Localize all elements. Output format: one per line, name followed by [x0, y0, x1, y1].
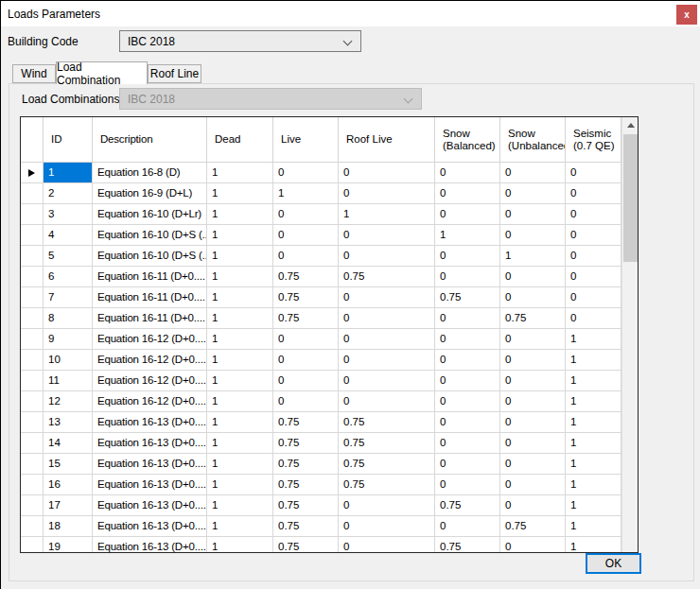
grid-cell-id[interactable]: 16: [44, 475, 93, 495]
grid-cell-snow-balanced[interactable]: 0: [435, 516, 500, 537]
grid-cell-live[interactable]: 0: [273, 329, 339, 350]
grid-cell-snow-balanced[interactable]: 0: [435, 329, 500, 350]
table-row[interactable]: 9Equation 16-12 (D+0....100001: [21, 329, 621, 350]
table-row[interactable]: 14Equation 16-13 (D+0....10.750.75001: [21, 433, 621, 454]
grid-cell-snow-unbalanced[interactable]: 0.75: [500, 516, 566, 537]
grid-cell-seismic[interactable]: 0: [566, 204, 621, 225]
row-selector[interactable]: [21, 433, 44, 454]
scrollbar-up-button[interactable]: [622, 117, 639, 133]
tab-roof-line[interactable]: Roof Line: [148, 64, 201, 83]
grid-cell-dead[interactable]: 1: [207, 183, 273, 204]
grid-cell-snow-balanced[interactable]: 0.75: [435, 287, 500, 308]
grid-cell-roof-live[interactable]: 0: [339, 329, 435, 350]
table-row[interactable]: 5Equation 16-10 (D+S (...100010: [21, 246, 621, 267]
grid-cell-seismic[interactable]: 1: [566, 412, 621, 433]
grid-cell-roof-live[interactable]: 0: [339, 287, 435, 308]
table-row[interactable]: 7Equation 16-11 (D+0....10.7500.7500: [21, 287, 621, 308]
grid-cell-description[interactable]: Equation 16-13 (D+0....: [93, 537, 207, 552]
row-selector[interactable]: [21, 225, 44, 246]
row-selector[interactable]: [21, 350, 44, 371]
row-selector[interactable]: [21, 371, 44, 391]
title-bar[interactable]: Loads Parameters x: [1, 1, 700, 26]
grid-cell-snow-balanced[interactable]: 0.75: [435, 537, 500, 552]
grid-cell-roof-live[interactable]: 0: [339, 225, 435, 246]
row-selector[interactable]: [21, 412, 44, 433]
grid-cell-id[interactable]: 15: [44, 454, 93, 475]
grid-cell-id[interactable]: 18: [44, 516, 93, 537]
table-row[interactable]: 15Equation 16-13 (D+0....10.750.75001: [21, 454, 621, 475]
row-selector[interactable]: [21, 454, 44, 475]
grid-cell-description[interactable]: Equation 16-13 (D+0....: [93, 475, 207, 495]
grid-cell-roof-live[interactable]: 0.75: [339, 475, 435, 495]
grid-cell-snow-balanced[interactable]: 0: [435, 308, 500, 329]
load-combinations-grid[interactable]: ID Description Dead Live Roof Live Snow …: [20, 116, 639, 553]
row-selector[interactable]: [21, 308, 44, 329]
grid-cell-dead[interactable]: 1: [207, 329, 273, 350]
grid-cell-roof-live[interactable]: 0: [339, 246, 435, 267]
grid-cell-id[interactable]: 12: [44, 391, 93, 412]
grid-cell-live[interactable]: 0.75: [273, 412, 339, 433]
grid-cell-id[interactable]: 11: [44, 371, 93, 391]
grid-cell-snow-unbalanced[interactable]: 0: [500, 329, 566, 350]
grid-cell-snow-balanced[interactable]: 0: [435, 267, 500, 287]
grid-cell-roof-live[interactable]: 1: [339, 204, 435, 225]
grid-cell-id[interactable]: 9: [44, 329, 93, 350]
grid-cell-description[interactable]: Equation 16-13 (D+0....: [93, 516, 207, 537]
scrollbar-thumb[interactable]: [623, 134, 638, 262]
grid-cell-seismic[interactable]: 1: [566, 350, 621, 371]
grid-cell-dead[interactable]: 1: [207, 287, 273, 308]
grid-cell-dead[interactable]: 1: [207, 350, 273, 371]
table-row[interactable]: 4Equation 16-10 (D+S (...100100: [21, 225, 621, 246]
grid-cell-snow-balanced[interactable]: 0: [435, 475, 500, 495]
grid-cell-description[interactable]: Equation 16-11 (D+0....: [93, 308, 207, 329]
grid-cell-seismic[interactable]: 0: [566, 308, 621, 329]
grid-cell-dead[interactable]: 1: [207, 225, 273, 246]
grid-cell-live[interactable]: 0: [273, 371, 339, 391]
grid-cell-id[interactable]: 5: [44, 246, 93, 267]
grid-cell-snow-balanced[interactable]: 1: [435, 225, 500, 246]
grid-cell-roof-live[interactable]: 0: [339, 537, 435, 552]
grid-cell-description[interactable]: Equation 16-9 (D+L): [93, 183, 207, 204]
row-selector[interactable]: [21, 329, 44, 350]
grid-cell-live[interactable]: 0.75: [273, 495, 339, 516]
table-row[interactable]: 18Equation 16-13 (D+0....10.75000.751: [21, 516, 621, 537]
grid-cell-dead[interactable]: 1: [207, 475, 273, 495]
grid-cell-id[interactable]: 3: [44, 204, 93, 225]
table-row[interactable]: 8Equation 16-11 (D+0....10.75000.750: [21, 308, 621, 329]
grid-cell-snow-unbalanced[interactable]: 0: [500, 475, 566, 495]
building-code-dropdown[interactable]: IBC 2018: [119, 30, 361, 52]
grid-cell-snow-unbalanced[interactable]: 0: [500, 350, 566, 371]
row-selector[interactable]: [21, 267, 44, 287]
grid-cell-roof-live[interactable]: 0: [339, 350, 435, 371]
grid-cell-id[interactable]: 13: [44, 412, 93, 433]
grid-cell-dead[interactable]: 1: [207, 495, 273, 516]
grid-cell-snow-unbalanced[interactable]: 0: [500, 371, 566, 391]
grid-cell-live[interactable]: 0: [273, 163, 339, 183]
table-row[interactable]: 13Equation 16-13 (D+0....10.750.75001: [21, 412, 621, 433]
column-header-snow-balanced[interactable]: Snow (Balanced): [435, 117, 500, 163]
grid-cell-roof-live[interactable]: 0.75: [339, 433, 435, 454]
grid-cell-snow-balanced[interactable]: 0: [435, 204, 500, 225]
grid-cell-seismic[interactable]: 1: [566, 495, 621, 516]
grid-cell-roof-live[interactable]: 0.75: [339, 412, 435, 433]
table-row[interactable]: 10Equation 16-12 (D+0....100001: [21, 350, 621, 371]
row-selector[interactable]: [21, 246, 44, 267]
grid-cell-description[interactable]: Equation 16-12 (D+0....: [93, 391, 207, 412]
grid-cell-live[interactable]: 0: [273, 350, 339, 371]
row-selector[interactable]: [21, 204, 44, 225]
grid-cell-seismic[interactable]: 1: [566, 329, 621, 350]
grid-cell-live[interactable]: 0: [273, 391, 339, 412]
grid-cell-dead[interactable]: 1: [207, 246, 273, 267]
grid-cell-description[interactable]: Equation 16-8 (D): [93, 163, 207, 183]
grid-cell-seismic[interactable]: 1: [566, 454, 621, 475]
grid-cell-snow-balanced[interactable]: 0.75: [435, 495, 500, 516]
row-selector[interactable]: [21, 391, 44, 412]
grid-cell-live[interactable]: 0.75: [273, 516, 339, 537]
grid-cell-description[interactable]: Equation 16-10 (D+S (...: [93, 225, 207, 246]
grid-cell-description[interactable]: Equation 16-13 (D+0....: [93, 412, 207, 433]
grid-cell-id[interactable]: 14: [44, 433, 93, 454]
grid-cell-snow-balanced[interactable]: 0: [435, 246, 500, 267]
column-header-roof-live[interactable]: Roof Live: [339, 117, 435, 163]
grid-cell-snow-balanced[interactable]: 0: [435, 163, 500, 183]
grid-cell-snow-balanced[interactable]: 0: [435, 433, 500, 454]
